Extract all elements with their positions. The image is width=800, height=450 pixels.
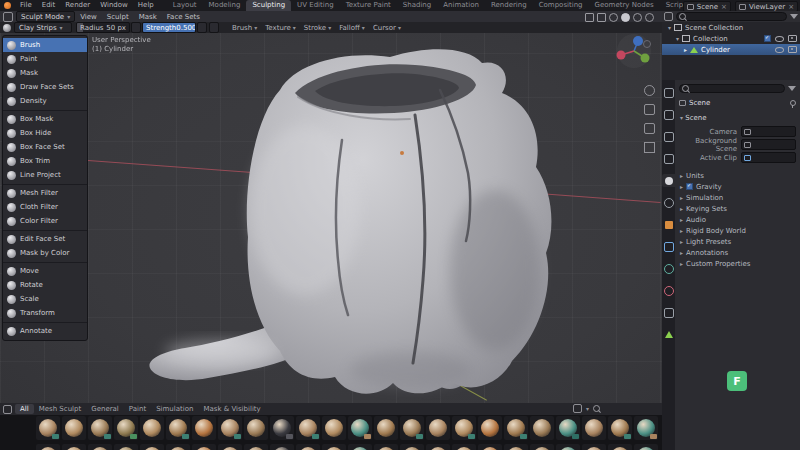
brush-thumbnail[interactable] xyxy=(114,444,138,450)
brush-thumbnail[interactable] xyxy=(270,416,294,440)
tool-box-trim[interactable]: Box Trim xyxy=(3,154,87,168)
render-tab[interactable] xyxy=(662,108,675,121)
outliner-editor-icon[interactable] xyxy=(664,12,673,21)
outliner-search-input[interactable] xyxy=(676,12,787,21)
outliner-row-collection[interactable]: ▾ Collection xyxy=(662,33,800,44)
disclosure-triangle-icon[interactable]: ▾ xyxy=(676,35,679,42)
direction-toggle-icon[interactable] xyxy=(209,22,219,33)
object-tab[interactable] xyxy=(662,218,675,231)
workspace-tab-geometry-nodes[interactable]: Geometry Nodes xyxy=(589,0,660,11)
brush-thumbnail[interactable] xyxy=(140,416,164,440)
menu-render[interactable]: Render xyxy=(60,0,95,11)
brush-thumbnail[interactable] xyxy=(634,444,658,450)
strength-pressure-icon[interactable] xyxy=(197,22,207,33)
snap-magnet-icon[interactable] xyxy=(585,13,594,22)
brush-dropdown[interactable]: Clay Strips ▾ xyxy=(14,22,72,33)
brush-thumbnail[interactable] xyxy=(426,416,450,440)
brush-thumbnail[interactable] xyxy=(478,416,502,440)
brush-thumbnail[interactable] xyxy=(218,444,242,450)
section-light-presets[interactable]: ▸Light Presets xyxy=(675,236,800,247)
properties-search-input[interactable] xyxy=(679,84,785,93)
section-audio[interactable]: ▸Audio xyxy=(675,214,800,225)
catalog-tab-all[interactable]: All xyxy=(15,404,34,414)
tool-annotate[interactable]: Annotate xyxy=(3,322,87,338)
brush-thumbnail[interactable] xyxy=(140,444,164,450)
active-clip-field[interactable] xyxy=(741,152,796,163)
tool-box-hide[interactable]: Box Hide xyxy=(3,126,87,140)
menu-window[interactable]: Window xyxy=(95,0,133,11)
view-layer-tab[interactable] xyxy=(662,152,675,165)
tool-scale[interactable]: Scale xyxy=(3,292,87,306)
tool-draw-face-sets[interactable]: Draw Face Sets xyxy=(3,80,87,94)
viewport-menu-sculpt[interactable]: Sculpt xyxy=(102,13,134,21)
brush-thumbnail[interactable] xyxy=(556,444,580,450)
output-tab[interactable] xyxy=(662,130,675,143)
workspace-tab-layout[interactable]: Layout xyxy=(167,0,203,11)
tool-edit-face-set[interactable]: Edit Face Set xyxy=(3,230,87,246)
background-scene-field[interactable] xyxy=(741,139,796,150)
workspace-tab-uv-editing[interactable]: UV Editing xyxy=(291,0,340,11)
tool-brush[interactable]: Brush xyxy=(3,38,87,52)
sculpt-model[interactable] xyxy=(110,45,570,405)
camera-field[interactable] xyxy=(741,126,796,137)
viewport-menu-mask[interactable]: Mask xyxy=(134,13,162,21)
brush-thumbnail[interactable] xyxy=(322,444,346,450)
tool-box-face-set[interactable]: Box Face Set xyxy=(3,140,87,154)
brush-thumbnail[interactable] xyxy=(296,444,320,450)
brush-thumbnail[interactable] xyxy=(504,416,528,440)
brush-thumbnail[interactable] xyxy=(478,444,502,450)
brush-thumbnail[interactable] xyxy=(608,416,632,440)
popover-falloff[interactable]: Falloff▾ xyxy=(335,24,369,32)
brush-thumbnail[interactable] xyxy=(36,444,60,450)
section-annotations[interactable]: ▸Annotations xyxy=(675,247,800,258)
workspace-tab-compositing[interactable]: Compositing xyxy=(533,0,589,11)
section-simulation[interactable]: ▸Simulation xyxy=(675,192,800,203)
brush-thumbnail[interactable] xyxy=(400,444,424,450)
workspace-tab-rendering[interactable]: Rendering xyxy=(485,0,533,11)
workspace-tab-texture-paint[interactable]: Texture Paint xyxy=(340,0,397,11)
brush-thumbnail[interactable] xyxy=(374,444,398,450)
brush-thumbnail[interactable] xyxy=(348,416,372,440)
brush-thumbnail[interactable] xyxy=(400,416,424,440)
hide-eye-icon[interactable] xyxy=(775,36,784,42)
rendered-shading-icon[interactable] xyxy=(645,13,654,22)
brush-thumbnail[interactable] xyxy=(374,416,398,440)
popover-brush[interactable]: Brush▾ xyxy=(228,24,261,32)
tool-paint[interactable]: Paint xyxy=(3,52,87,66)
viewport-menu-face-sets[interactable]: Face Sets xyxy=(162,13,205,21)
brush-thumbnail[interactable] xyxy=(296,416,320,440)
brush-thumbnail[interactable] xyxy=(556,416,580,440)
catalog-tab-mesh-sculpt[interactable]: Mesh Sculpt xyxy=(34,404,87,414)
popover-texture[interactable]: Texture▾ xyxy=(261,24,300,32)
workspace-tab-animation[interactable]: Animation xyxy=(437,0,485,11)
brush-thumbnail[interactable] xyxy=(348,444,372,450)
scene-tab[interactable] xyxy=(662,174,675,187)
popover-cursor[interactable]: Cursor▾ xyxy=(369,24,405,32)
brush-thumbnail[interactable] xyxy=(582,416,606,440)
material-shading-icon[interactable] xyxy=(633,13,642,22)
section-keying-sets[interactable]: ▸Keying Sets xyxy=(675,203,800,214)
filter-icon[interactable] xyxy=(788,86,796,91)
workspace-tab-modeling[interactable]: Modeling xyxy=(203,0,247,11)
section-units[interactable]: ▸Units xyxy=(675,170,800,181)
brush-thumbnail[interactable] xyxy=(244,444,268,450)
camera-view-icon[interactable] xyxy=(644,123,655,134)
brush-thumbnail[interactable] xyxy=(322,416,346,440)
brush-thumbnail[interactable] xyxy=(62,444,86,450)
zoom-icon[interactable] xyxy=(644,85,655,96)
brush-thumbnail[interactable] xyxy=(582,444,606,450)
scene-section-header[interactable]: ▾ Scene xyxy=(675,107,800,122)
viewport-3d[interactable]: User Perspective (1) Cylinder xyxy=(0,33,662,450)
outliner-row-scene-collection[interactable]: ▾ Scene Collection xyxy=(662,22,800,33)
brush-thumbnail[interactable] xyxy=(114,416,138,440)
brush-thumbnail[interactable] xyxy=(166,416,190,440)
tool-box-mask[interactable]: Box Mask xyxy=(3,110,87,126)
proportional-edit-icon[interactable] xyxy=(597,13,606,22)
brush-thumbnail[interactable] xyxy=(270,444,294,450)
world-tab[interactable] xyxy=(662,196,675,209)
menu-file[interactable]: File xyxy=(15,0,37,11)
section-gravity[interactable]: ▸Gravity xyxy=(675,181,800,192)
blender-logo-icon[interactable] xyxy=(4,2,11,9)
remove-view-layer-icon[interactable]: × xyxy=(788,3,794,11)
brush-thumbnail[interactable] xyxy=(634,416,658,440)
